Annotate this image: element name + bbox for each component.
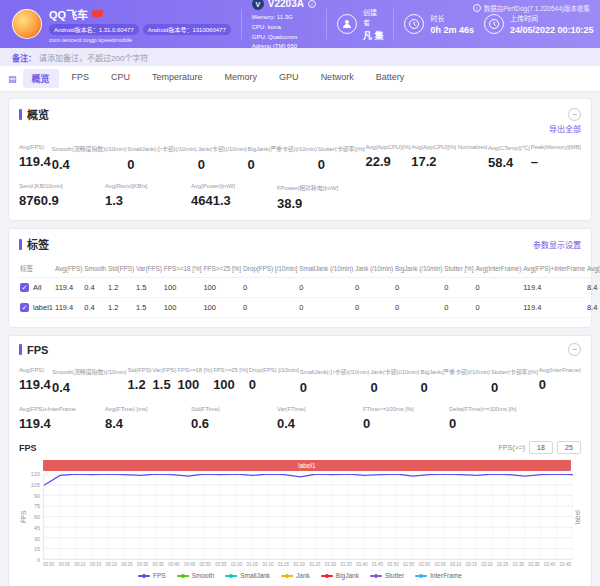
tab-CPU[interactable]: CPU [102, 69, 139, 88]
metric: Smooth(流畅度指数)(/10min)0.4 [52, 367, 127, 395]
y-tick-label: 45 [34, 525, 40, 531]
header-divider [326, 9, 327, 39]
tab-FPS[interactable]: FPS [63, 69, 99, 88]
fps-line-chart [44, 474, 573, 559]
metric-label: Send [KB/10min] [19, 183, 105, 189]
x-tick-label: 00:00 [43, 562, 54, 567]
legend-item-Stutter[interactable]: Stutter [370, 572, 404, 579]
table-cell: 0 [354, 278, 394, 298]
metric: Send [KB/10min]8760.9 [19, 183, 105, 211]
android-version-code-pill: Android版本号：1310060477 [143, 24, 231, 35]
legend-item-Smooth[interactable]: Smooth [177, 572, 214, 579]
legend-item-FPS[interactable]: FPS [138, 572, 166, 579]
column-header[interactable]: 标签 [19, 259, 54, 278]
column-header[interactable]: Jank (/10min) [354, 259, 394, 278]
column-header[interactable]: Smooth [83, 259, 107, 278]
section-accent [19, 239, 22, 250]
metric-value: 0 [363, 416, 449, 431]
metric: Avg(FTime) [ms]8.4 [105, 406, 191, 431]
metric-label: Avg(FTime) [ms] [105, 406, 191, 412]
table-cell: 0 [394, 278, 443, 298]
export-all-link[interactable]: 导出全部 [549, 125, 581, 134]
y-axis-tick-labels: 0153045607590105120 [27, 474, 43, 560]
tab-bar: ▤ 概览FPSCPUTemperatureMemoryGPUNetworkBat… [0, 66, 600, 92]
overview-metrics-row: Avg(FPS)119.4Smooth(流畅度指数)(/10min)0.4Sma… [19, 144, 581, 172]
table-cell: 119.4 [54, 278, 83, 298]
fps-panel: FPS − Avg(FPS)119.4Smooth(流畅度指数)(/10min)… [8, 335, 592, 586]
app-icon [12, 9, 42, 39]
row-checkbox[interactable]: ✓ [20, 283, 29, 292]
tab-list: 概览FPSCPUTemperatureMemoryGPUNetworkBatte… [23, 69, 414, 88]
fps-chart-plot[interactable] [43, 474, 573, 560]
column-header[interactable]: Avg(FTime) [586, 259, 600, 278]
column-header[interactable]: SmallJank (/10min) [298, 259, 354, 278]
x-tick-label: 00:30 [137, 562, 148, 567]
y-tick-label: 0 [37, 557, 40, 563]
column-header[interactable]: Var(FPS) [135, 259, 163, 278]
legend-marker [415, 575, 427, 577]
y-tick-label: 15 [34, 546, 40, 552]
legend-marker [225, 575, 237, 577]
column-header[interactable]: FPS>=25 [%] [202, 259, 242, 278]
tab-Battery[interactable]: Battery [367, 69, 414, 88]
table-cell: 8.4 [586, 278, 600, 298]
metric-value: 17.2 [411, 154, 487, 169]
metric-label: Std(FPS) [128, 367, 152, 373]
x-tick-label: 01:35 [340, 562, 351, 567]
table-row: ✓All119.40.41.21.5100100000000119.48.4 [19, 278, 600, 298]
column-header[interactable]: FPS>=18 [%] [163, 259, 203, 278]
creator-label: 创建者 [363, 7, 384, 27]
x-tick-label: 00:25 [121, 562, 132, 567]
legend-marker [138, 575, 150, 577]
legend-item-BigJank[interactable]: BigJank [321, 572, 359, 579]
metric-value: 0 [198, 157, 247, 172]
tab-Memory[interactable]: Memory [216, 69, 267, 88]
column-header[interactable]: Stutter [%] [443, 259, 474, 278]
column-header[interactable]: BigJank (/10min) [394, 259, 443, 278]
tab-Temperature[interactable]: Temperature [143, 69, 212, 88]
duration-label: 时长 [430, 13, 474, 23]
column-header[interactable]: Avg(InterFrame) [475, 259, 523, 278]
collector-note: i 数据由PerfDog(7.1.220544)版本收集 [473, 3, 590, 13]
legend-label: Jank [296, 572, 310, 579]
fps-threshold-low-input[interactable] [529, 441, 553, 454]
overview-network-metrics-row: Send [KB/10min]8760.9Avg(Recv)[KB/s]1.3A… [19, 183, 581, 211]
overview-section-title: 概览 [27, 106, 49, 122]
metric-label: Peak(Memory)[MB] [531, 144, 581, 150]
param-display-settings-link[interactable]: 参数显示设置 [533, 239, 581, 250]
metric: SmallJank(小卡顿)(/10min)0 [300, 367, 369, 395]
fps-section-title: FPS [27, 344, 48, 356]
legend-marker [177, 575, 189, 577]
table-cell: 0 [394, 298, 443, 318]
x-tick-label: 02:25 [497, 562, 508, 567]
label1-annotation-band[interactable]: label1 [43, 460, 571, 471]
metric-value: 0.4 [52, 157, 127, 172]
row-checkbox[interactable]: ✓ [20, 303, 29, 312]
table-cell: 1.2 [107, 278, 135, 298]
labels-panel: 标签 参数显示设置 标签Avg(FPS)SmoothStd(FPS)Var(FP… [8, 228, 592, 328]
section-accent [19, 344, 22, 355]
tab-概览[interactable]: 概览 [23, 69, 59, 88]
table-cell: 0 [298, 298, 354, 318]
legend-item-SmallJank[interactable]: SmallJank [225, 572, 270, 579]
table-cell: 0 [242, 298, 298, 318]
fps-threshold-high-input[interactable] [557, 441, 581, 454]
column-header[interactable]: Avg(FPS) [54, 259, 83, 278]
legend-item-Jank[interactable]: Jank [281, 572, 310, 579]
column-header[interactable]: Std(FPS) [107, 259, 135, 278]
table-cell: 0 [298, 278, 354, 298]
metric: Avg(FPS)119.4 [19, 367, 51, 395]
column-header[interactable]: Drop(FPS) [/10min] [242, 259, 298, 278]
legend-item-InterFrame[interactable]: InterFrame [415, 572, 462, 579]
collapse-overview-button[interactable]: − [568, 108, 581, 121]
metric-value: 100 [213, 377, 248, 392]
table-cell: 119.4 [54, 298, 83, 318]
device-info-icon[interactable]: i [308, 0, 316, 8]
tab-GPU[interactable]: GPU [270, 69, 308, 88]
column-header[interactable]: Avg(FPS)+InterFrame [522, 259, 586, 278]
metric-value: 0 [539, 377, 581, 392]
tab-Network[interactable]: Network [312, 69, 363, 88]
collapse-fps-button[interactable]: − [568, 343, 581, 356]
y-tick-label: 60 [34, 514, 40, 520]
metric: SmallJank(小卡顿)(/10min)0 [127, 144, 196, 172]
